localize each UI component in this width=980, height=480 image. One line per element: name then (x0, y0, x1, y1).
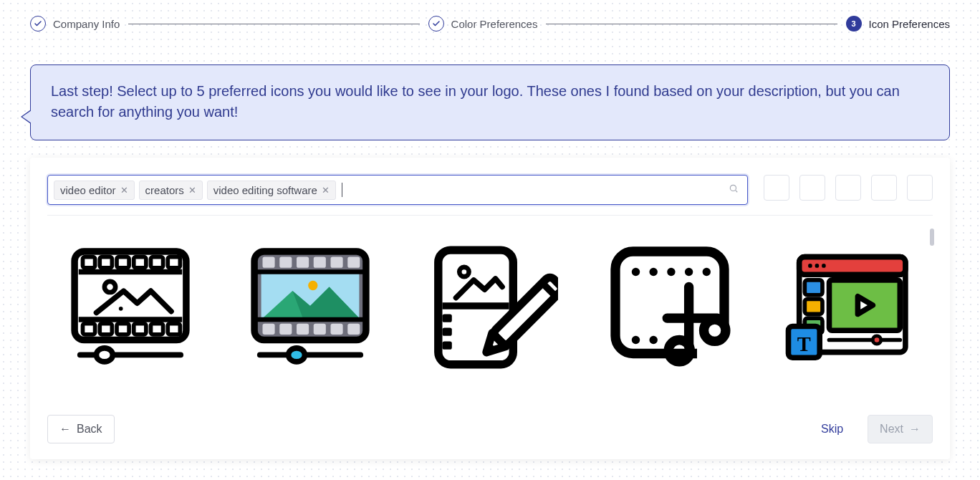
selected-slot[interactable] (764, 175, 789, 201)
crop-cut-icon[interactable] (599, 234, 740, 378)
film-strip-edit-icon[interactable] (420, 234, 561, 378)
instruction-text: Last step! Select up to 5 preferred icon… (51, 83, 900, 120)
icon-picker-card: video editor ✕ creators ✕ video editing … (30, 158, 950, 459)
back-label: Back (77, 423, 102, 436)
svg-rect-31 (331, 257, 343, 268)
svg-rect-8 (168, 257, 181, 268)
selected-slot[interactable] (799, 175, 825, 201)
search-tag[interactable]: video editor ✕ (54, 181, 135, 200)
svg-rect-48 (442, 314, 451, 322)
search-icon[interactable] (729, 183, 739, 196)
footer: ← Back Skip Next → (47, 415, 933, 443)
svg-rect-6 (134, 257, 146, 268)
svg-rect-34 (279, 324, 292, 335)
svg-rect-14 (168, 324, 181, 335)
skip-label: Skip (821, 423, 843, 436)
step-color-preferences[interactable]: Color Preferences (428, 16, 538, 32)
svg-rect-11 (117, 324, 129, 335)
svg-point-79 (873, 336, 880, 344)
svg-point-21 (176, 353, 181, 357)
svg-point-63 (649, 336, 657, 344)
svg-rect-28 (279, 257, 292, 268)
search-row: video editor ✕ creators ✕ video editing … (47, 175, 933, 205)
svg-point-58 (649, 268, 657, 276)
svg-rect-36 (314, 324, 326, 335)
tag-label: video editor (60, 184, 116, 196)
svg-point-0 (730, 185, 736, 191)
svg-point-18 (119, 307, 123, 311)
svg-rect-3 (83, 257, 95, 268)
svg-rect-73 (804, 280, 822, 295)
svg-point-72 (822, 264, 826, 268)
svg-rect-13 (151, 324, 163, 335)
arrow-right-icon: → (909, 423, 921, 436)
svg-point-42 (289, 348, 305, 362)
step-number-badge: 3 (846, 16, 862, 32)
close-icon[interactable]: ✕ (322, 185, 330, 196)
search-tag[interactable]: video editing software ✕ (207, 181, 336, 200)
svg-rect-29 (297, 257, 309, 268)
tag-label: creators (145, 184, 184, 196)
svg-rect-50 (442, 341, 451, 349)
svg-rect-32 (347, 257, 360, 268)
selected-icon-slots (764, 175, 933, 205)
step-label: Company Info (53, 18, 120, 30)
arrow-left-icon: ← (59, 423, 71, 436)
svg-point-17 (105, 282, 115, 292)
svg-line-1 (736, 191, 738, 193)
step-divider (128, 24, 419, 24)
film-frame-outline-icon[interactable] (60, 234, 201, 378)
svg-point-26 (308, 281, 317, 290)
svg-point-43 (356, 353, 360, 357)
selected-slot[interactable] (907, 175, 933, 201)
check-icon (428, 16, 444, 32)
check-icon (30, 16, 46, 32)
svg-rect-12 (134, 324, 146, 335)
selected-slot[interactable] (835, 175, 861, 201)
svg-rect-35 (297, 324, 309, 335)
svg-rect-74 (804, 299, 822, 315)
next-label: Next (880, 423, 903, 436)
tag-label: video editing software (213, 184, 317, 196)
video-editor-app-icon[interactable]: T (779, 234, 920, 378)
skip-button[interactable]: Skip (810, 415, 855, 443)
svg-rect-4 (100, 257, 112, 268)
instruction-bubble: Last step! Select up to 5 preferred icon… (30, 64, 950, 140)
svg-point-59 (667, 268, 675, 276)
next-button[interactable]: Next → (868, 415, 933, 443)
scroll-handle[interactable] (930, 229, 934, 246)
divider (47, 215, 933, 216)
svg-rect-10 (100, 324, 112, 335)
search-tag[interactable]: creators ✕ (139, 181, 203, 200)
svg-point-20 (97, 348, 113, 362)
icon-results-grid: T (47, 229, 933, 383)
selected-slot[interactable] (871, 175, 897, 201)
close-icon[interactable]: ✕ (120, 185, 128, 196)
svg-rect-9 (83, 324, 95, 335)
step-label: Icon Preferences (869, 18, 950, 30)
step-company-info[interactable]: Company Info (30, 16, 120, 32)
stepper: Company Info Color Preferences 3 Icon Pr… (0, 0, 980, 32)
svg-point-60 (685, 268, 693, 276)
close-icon[interactable]: ✕ (188, 185, 196, 196)
icon-search-input[interactable]: video editor ✕ creators ✕ video editing … (47, 175, 748, 205)
svg-point-61 (702, 268, 710, 276)
svg-rect-30 (314, 257, 326, 268)
svg-rect-5 (117, 257, 129, 268)
step-label: Color Preferences (451, 18, 538, 30)
film-frame-color-icon[interactable] (240, 234, 381, 378)
text-cursor (342, 183, 342, 197)
svg-rect-27 (263, 257, 275, 268)
svg-point-70 (808, 264, 812, 268)
svg-rect-33 (263, 324, 275, 335)
svg-text:T: T (797, 333, 810, 355)
svg-rect-37 (331, 324, 343, 335)
svg-point-71 (815, 264, 819, 268)
step-icon-preferences[interactable]: 3 Icon Preferences (846, 16, 950, 32)
step-divider (546, 24, 837, 24)
svg-point-57 (632, 268, 640, 276)
svg-rect-38 (347, 324, 360, 335)
back-button[interactable]: ← Back (47, 415, 115, 443)
svg-point-62 (632, 336, 640, 344)
svg-rect-7 (151, 257, 163, 268)
